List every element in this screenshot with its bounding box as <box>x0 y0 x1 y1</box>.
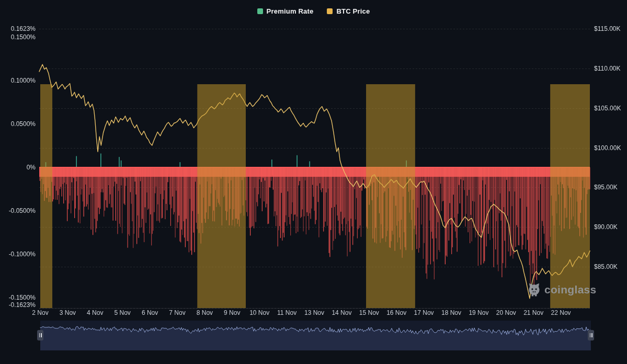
navigator-right-handle[interactable] <box>588 330 594 340</box>
drag-grip-icon <box>41 333 42 337</box>
x-axis-label: 13 Nov <box>300 309 329 316</box>
right-axis-label: $95.00K <box>594 184 618 191</box>
x-axis-label: 18 Nov <box>437 309 466 316</box>
btc-price-swatch-icon <box>327 8 333 14</box>
left-axis-label: 0.1500% <box>0 33 36 41</box>
legend-item-btc-price[interactable]: BTC Price <box>327 7 370 15</box>
x-axis-label: 21 Nov <box>519 309 548 316</box>
x-axis-label: 8 Nov <box>190 309 219 316</box>
coinglass-watermark: coinglass <box>527 282 597 297</box>
navigator-left-handle[interactable] <box>37 330 43 340</box>
x-axis-label: 15 Nov <box>355 309 384 316</box>
legend-item-premium-rate[interactable]: Premium Rate <box>257 7 314 15</box>
watermark-text: coinglass <box>544 283 597 296</box>
x-axis-label: 3 Nov <box>53 309 82 316</box>
x-axis-label: 9 Nov <box>218 309 247 316</box>
chart-legend: Premium Rate BTC Price <box>0 7 627 15</box>
x-axis-label: 6 Nov <box>135 309 165 316</box>
left-axis-label: 0.1000% <box>0 77 36 84</box>
legend-label-btc-price: BTC Price <box>336 7 370 15</box>
x-axis-label: 4 Nov <box>81 309 110 316</box>
x-axis-label: 14 Nov <box>327 309 356 316</box>
left-axis-label: -0.0500% <box>0 207 36 214</box>
left-axis-label: 0.1623% <box>0 25 36 32</box>
right-axis-label: $110.00K <box>594 65 621 72</box>
x-axis-label: 22 Nov <box>546 309 576 316</box>
right-axis-label: $100.00K <box>594 144 621 152</box>
x-axis-label: 17 Nov <box>409 309 439 316</box>
x-axis-label: 11 Nov <box>272 309 302 316</box>
right-axis-label: $90.00K <box>594 223 618 231</box>
right-axis-label: $105.00K <box>594 105 621 112</box>
legend-label-premium-rate: Premium Rate <box>267 7 314 15</box>
left-axis-label: -0.1000% <box>0 251 36 258</box>
coinglass-logo-icon <box>527 282 541 297</box>
premium-rate-swatch-icon <box>257 8 263 14</box>
left-axis-label: -0.1500% <box>0 294 36 301</box>
x-axis-label: 5 Nov <box>108 309 137 316</box>
drag-grip-icon <box>39 333 40 337</box>
drag-grip-icon <box>591 333 592 337</box>
right-axis-label: $115.00K <box>594 25 621 32</box>
x-axis-label: 2 Nov <box>26 309 55 316</box>
x-axis-label: 7 Nov <box>163 309 192 316</box>
right-axis-label: $85.00K <box>594 263 618 270</box>
left-axis-label: 0.0500% <box>0 120 36 128</box>
x-axis-label: 20 Nov <box>492 309 521 316</box>
x-axis-label: 10 Nov <box>245 309 274 316</box>
chart-page: Premium Rate BTC Price 0.1623%0.1500%0.1… <box>0 0 627 364</box>
drag-grip-icon <box>590 333 591 337</box>
left-axis-label: 0% <box>0 164 36 171</box>
x-axis-label: 16 Nov <box>382 309 411 316</box>
left-axis-label: -0.1623% <box>0 301 36 309</box>
x-axis-label: 19 Nov <box>464 309 493 316</box>
